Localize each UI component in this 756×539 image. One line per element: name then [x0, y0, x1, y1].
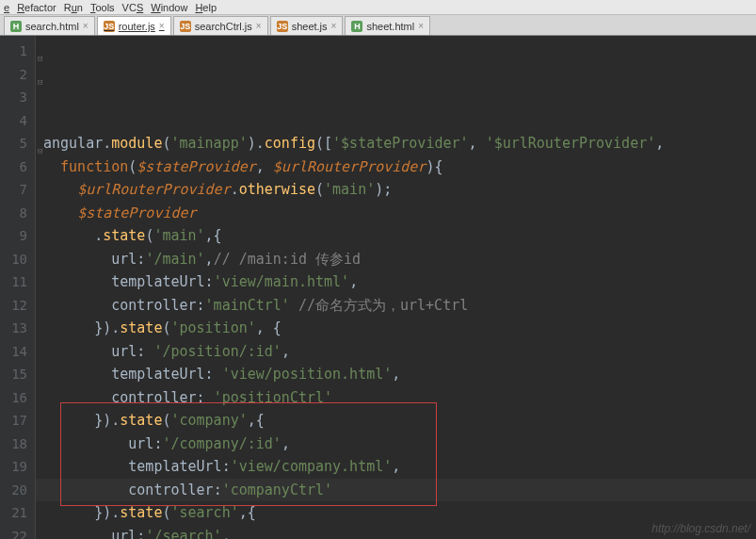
token-fn: state — [120, 319, 162, 336]
code-line[interactable]: url:'/main',// /main:id 传参id — [43, 248, 756, 271]
code-area[interactable]: angular.module('mainapp').config(['$stat… — [36, 36, 756, 539]
menu-item-vcs[interactable]: VCS — [122, 2, 144, 13]
line-number: 11 — [6, 270, 27, 294]
line-number: 2 — [6, 63, 27, 87]
code-line[interactable]: $stateProvider — [43, 202, 756, 225]
close-icon[interactable]: × — [331, 21, 337, 31]
token-str: '$stateProvider' — [332, 135, 469, 152]
token-str: '/search' — [145, 528, 221, 540]
token-punc: }). — [43, 504, 120, 521]
token-str: 'main' — [153, 227, 204, 244]
line-number: 3 — [6, 86, 27, 109]
tab-label: search.html — [25, 21, 79, 32]
html-file-icon: H — [351, 21, 362, 32]
token-punc: , — [281, 435, 290, 452]
token-punc: : — [137, 343, 153, 360]
fold-toggle-icon[interactable]: ⊟ — [38, 47, 45, 55]
line-number: 5 — [6, 132, 27, 155]
line-number: 1 — [6, 40, 27, 63]
token-str: 'company' — [170, 412, 247, 429]
code-line[interactable]: controller: 'positionCtrl' — [43, 386, 756, 410]
token-prop: templateUrl — [128, 458, 221, 475]
menu-bar: eRefactorRunToolsVCSWindowHelp — [0, 0, 756, 15]
tab-router-js[interactable]: JSrouter.js× — [97, 16, 171, 35]
code-line[interactable]: }).state('company',{ — [43, 409, 756, 433]
token-str: '/position/:id' — [153, 343, 281, 360]
tab-searchCtrl-js[interactable]: JSsearchCtrl.js× — [173, 16, 268, 35]
js-file-icon: JS — [180, 21, 191, 32]
close-icon[interactable]: × — [83, 21, 88, 31]
editor: 12345678910111213141516171819202122 angu… — [0, 36, 756, 539]
menu-item-window[interactable]: Window — [151, 2, 187, 13]
token-str: 'main' — [324, 181, 375, 198]
token-prop: controller — [111, 297, 196, 314]
token-punc — [43, 251, 111, 268]
line-number: 21 — [6, 501, 27, 525]
token-str: 'view/position.html' — [222, 366, 393, 383]
token-prop: url — [128, 435, 153, 452]
menu-item-help[interactable]: Help — [195, 2, 217, 13]
token-punc: ); — [375, 181, 392, 198]
token-punc: , { — [256, 319, 281, 336]
line-number: 8 — [6, 202, 27, 225]
token-punc: ,{ — [248, 412, 265, 429]
tab-label: searchCtrl.js — [195, 21, 252, 32]
menu-item-e[interactable]: e — [4, 2, 9, 13]
tab-search-html[interactable]: Hsearch.html× — [4, 16, 95, 35]
code-line[interactable]: url:'/company/:id', — [43, 433, 756, 456]
fold-toggle-icon[interactable]: ⊟ — [38, 71, 45, 78]
token-fn: config — [265, 135, 315, 152]
token-str: 'view/company.html' — [231, 458, 393, 475]
token-punc: , — [655, 135, 664, 152]
token-punc: , — [281, 343, 290, 360]
code-line[interactable]: url: '/position/:id', — [43, 340, 756, 364]
token-punc: : — [197, 297, 205, 314]
token-fn: otherwise — [239, 181, 315, 198]
line-number: 15 — [6, 363, 27, 386]
token-punc: ){ — [426, 158, 442, 175]
tab-label: router.js — [119, 21, 155, 32]
js-file-icon: JS — [104, 21, 115, 32]
code-line[interactable]: controller:'companyCtrl' — [43, 479, 756, 502]
token-punc: . — [43, 227, 103, 244]
line-number: 7 — [6, 178, 27, 202]
token-fn: state — [103, 227, 145, 244]
code-line[interactable]: controller:'mainCtrl' //命名方式为，url+Ctrl — [43, 294, 756, 318]
code-line[interactable]: }).state('search',{ — [43, 501, 756, 525]
js-file-icon: JS — [277, 21, 288, 32]
code-line[interactable]: templateUrl:'view/company.html', — [43, 455, 756, 479]
tab-sheet-html[interactable]: Hsheet.html× — [345, 16, 430, 35]
line-number: 6 — [6, 155, 27, 179]
token-punc: , — [349, 273, 358, 290]
close-icon[interactable]: × — [418, 21, 424, 31]
menu-item-run[interactable]: Run — [64, 2, 83, 13]
token-punc — [290, 297, 298, 314]
token-punc: , — [392, 366, 400, 383]
close-icon[interactable]: × — [159, 21, 165, 31]
code-line[interactable]: $urlRouterProvider.otherwise('main'); — [43, 178, 756, 202]
menu-item-refactor[interactable]: Refactor — [17, 2, 56, 13]
token-punc — [43, 366, 111, 383]
code-line[interactable]: angular.module('mainapp').config(['$stat… — [43, 132, 756, 155]
token-fn: state — [120, 412, 162, 429]
tab-sheet-js[interactable]: JSsheet.js× — [270, 16, 344, 35]
line-number: 13 — [6, 317, 27, 340]
token-str: 'positionCtrl' — [214, 389, 332, 406]
token-punc — [43, 181, 77, 198]
code-line[interactable]: templateUrl:'view/main.html', — [43, 270, 756, 294]
close-icon[interactable]: × — [256, 21, 262, 31]
menu-item-tools[interactable]: Tools — [90, 2, 115, 13]
code-line[interactable]: }).state('position', { — [43, 317, 756, 340]
code-line[interactable]: .state('main',{ — [43, 224, 756, 248]
token-str: 'position' — [170, 319, 255, 336]
line-number: 9 — [6, 224, 27, 248]
code-line[interactable]: templateUrl: 'view/position.html', — [43, 363, 756, 386]
token-str: '/main' — [145, 251, 204, 268]
code-line[interactable]: url:'/search', — [43, 525, 756, 540]
token-punc: , — [222, 528, 231, 540]
code-line[interactable]: function($stateProvider, $urlRouterProvi… — [43, 155, 756, 179]
line-number: 22 — [6, 525, 27, 540]
token-punc: ( — [315, 181, 324, 198]
token-punc: : — [214, 482, 222, 498]
token-punc — [43, 458, 128, 475]
